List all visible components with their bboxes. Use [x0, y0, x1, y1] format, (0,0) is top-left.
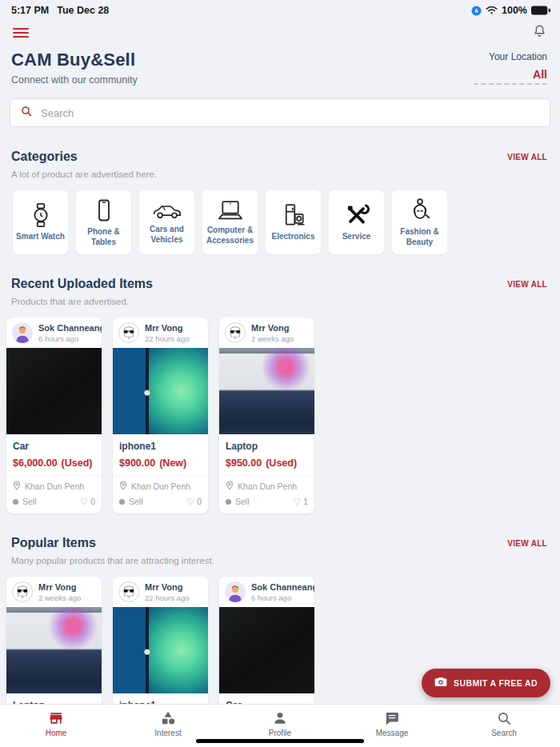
- category-label: Computer & Accessories: [202, 226, 258, 246]
- seller-name: Mrr Vong: [145, 582, 189, 592]
- nav-label: Interest: [154, 729, 181, 737]
- posted-time: 6 hours ago: [251, 593, 314, 602]
- profile-person-icon: [272, 710, 288, 726]
- recent-items-row: Sok Channeang 6 hours ago Car $6,000.00(…: [0, 318, 560, 513]
- status-bar: 5:17 PM Tue Dec 28 100%: [0, 0, 560, 19]
- avatar: [12, 322, 33, 343]
- posted-time: 22 hours ago: [145, 334, 189, 343]
- product-location: Khan Dun Penh: [238, 481, 297, 491]
- tools-icon: [344, 202, 370, 228]
- product-image-laptop: [219, 348, 314, 434]
- seller-name: Mrr Vong: [251, 323, 294, 333]
- category-smart-watch[interactable]: Smart Watch: [13, 190, 68, 254]
- product-title: iphone1: [119, 441, 202, 452]
- category-label: Phone & Tables: [76, 227, 131, 247]
- location-services-icon: [471, 6, 482, 16]
- nav-item-home[interactable]: Home: [0, 705, 112, 747]
- avatar: [118, 322, 139, 343]
- watch-icon: [29, 202, 53, 228]
- product-card-iphone[interactable]: Mrr Vong 22 hours ago iphone1 $900.00(Ne…: [113, 318, 208, 513]
- seller-name: Mrr Vong: [145, 323, 189, 333]
- popular-items-subtitle: Many popular products that are attractin…: [11, 556, 214, 565]
- home-indicator-bar[interactable]: [196, 739, 364, 743]
- category-computer-accessories[interactable]: Computer & Accessories: [202, 190, 258, 254]
- category-label: Cars and Vehicles: [139, 225, 194, 245]
- page-title: CAM Buy&Sell: [11, 50, 138, 70]
- page-subtitle: Connect with our community: [11, 74, 138, 86]
- notification-bell-icon[interactable]: [532, 23, 547, 42]
- like-count: 1: [303, 497, 308, 506]
- category-electronics[interactable]: Electronics: [266, 190, 321, 254]
- product-price: $950.00: [226, 457, 262, 469]
- top-bar: [0, 19, 560, 46]
- location-selector[interactable]: All: [474, 67, 547, 85]
- product-image-iphone: [113, 607, 208, 693]
- category-service[interactable]: Service: [329, 190, 384, 254]
- category-label: Electronics: [270, 232, 318, 242]
- camera-icon: [434, 676, 447, 690]
- wifi-icon: [486, 6, 498, 15]
- recent-view-all-button[interactable]: VIEW ALL: [507, 277, 547, 289]
- product-title: Laptop: [226, 441, 308, 452]
- product-card-car[interactable]: Sok Channeang 6 hours ago Car $6,000.00(…: [6, 318, 102, 513]
- nav-item-search[interactable]: Search: [448, 705, 560, 747]
- avatar: [12, 581, 33, 602]
- categories-view-all-button[interactable]: VIEW ALL: [507, 150, 547, 162]
- popular-view-all-button[interactable]: VIEW ALL: [507, 536, 547, 548]
- avatar: [118, 581, 139, 602]
- avatar: [225, 322, 246, 343]
- listing-type: Sell: [22, 497, 37, 506]
- product-condition: (Used): [266, 457, 297, 469]
- location-pin-icon: [119, 481, 127, 492]
- posted-time: 6 hours ago: [38, 334, 102, 343]
- heart-icon[interactable]: ♡: [186, 497, 194, 506]
- search-bar[interactable]: [10, 98, 550, 127]
- seller-name: Sok Channeang: [38, 323, 102, 333]
- category-cars-vehicles[interactable]: Cars and Vehicles: [139, 190, 194, 254]
- product-image-iphone: [113, 348, 208, 434]
- status-date: Tue Dec 28: [57, 5, 109, 16]
- categories-row: Smart Watch Phone & Tables Cars and Vehi…: [0, 190, 560, 254]
- interest-shapes-icon: [160, 710, 176, 726]
- heart-icon[interactable]: ♡: [80, 497, 88, 506]
- location-pin-icon: [13, 481, 21, 492]
- like-count: 0: [90, 497, 95, 506]
- submit-free-ad-button[interactable]: SUBMIT A FREE AD: [422, 669, 550, 697]
- like-count: 0: [197, 497, 202, 506]
- product-card-laptop[interactable]: Mrr Vong 2 weeks ago Laptop $950.00(Used…: [219, 318, 314, 513]
- category-label: Service: [340, 232, 374, 242]
- search-input[interactable]: [41, 107, 540, 119]
- home-store-icon: [48, 710, 64, 726]
- posted-time: 2 weeks ago: [251, 334, 294, 343]
- product-location: Khan Dun Penh: [25, 481, 84, 491]
- listing-type-icon: [13, 499, 18, 505]
- category-phone-tables[interactable]: Phone & Tables: [76, 190, 131, 254]
- popular-items-title: Popular Items: [11, 536, 214, 550]
- categories-subtitle: A lot of product are advertised here.: [11, 170, 157, 179]
- laptop-icon: [217, 199, 244, 222]
- location-value: All: [533, 68, 547, 81]
- nav-label: Search: [491, 729, 517, 737]
- nav-label: Profile: [269, 729, 291, 737]
- listing-type-icon: [226, 499, 231, 505]
- listing-type: Sell: [235, 497, 250, 506]
- beauty-icon: [408, 198, 432, 223]
- header: CAM Buy&Sell Connect with our community …: [0, 46, 560, 86]
- product-condition: (New): [159, 457, 186, 469]
- location-label: Your Location: [474, 51, 547, 62]
- product-image-car: [6, 348, 102, 434]
- heart-icon[interactable]: ♡: [293, 497, 301, 506]
- nav-label: Home: [46, 729, 67, 737]
- recent-items-title: Recent Uploaded Items: [11, 277, 153, 291]
- battery-percent: 100%: [502, 5, 527, 16]
- categories-title: Categories: [11, 150, 157, 164]
- product-image-car: [219, 607, 314, 693]
- location-pin-icon: [226, 481, 234, 492]
- product-location: Khan Dun Penh: [131, 481, 190, 491]
- seller-name: Mrr Vong: [38, 582, 81, 592]
- submit-ad-label: SUBMIT A FREE AD: [454, 678, 538, 688]
- category-fashion-beauty[interactable]: Fashion & Beauty: [392, 190, 447, 254]
- product-image-laptop: [6, 607, 102, 693]
- status-time: 5:17 PM: [11, 5, 49, 16]
- menu-icon[interactable]: [13, 26, 29, 40]
